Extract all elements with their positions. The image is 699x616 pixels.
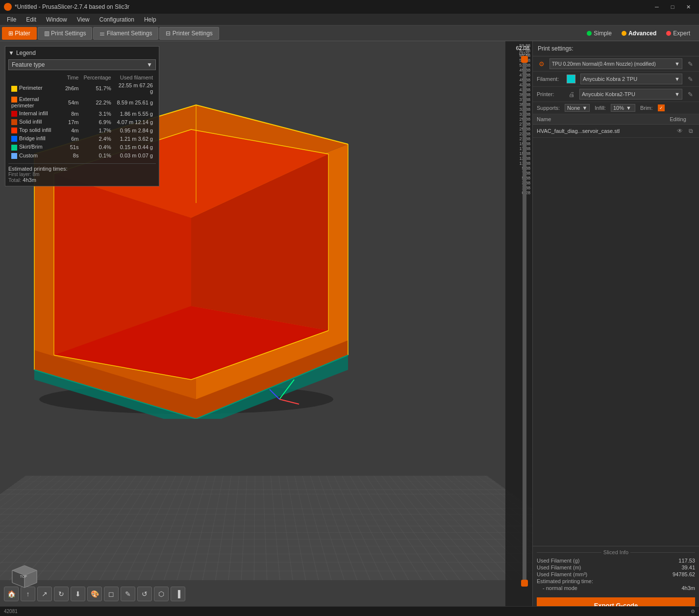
mode-simple[interactable]: Simple <box>584 29 615 38</box>
legend-row-pct: 6.9% <box>81 118 113 126</box>
tab-print-settings[interactable]: ▥ Print Settings <box>38 27 93 40</box>
print-profile-dropdown[interactable]: TPU 0.20mm Normal(0.4mm Nozzle) (modifie… <box>549 58 682 69</box>
infill-dropdown[interactable]: 10% ▼ <box>611 104 635 112</box>
tool-square[interactable]: ◻ <box>104 587 119 601</box>
slider-handle-bottom[interactable] <box>521 580 528 587</box>
layer-label-6: 47.88 <box>505 73 530 77</box>
tool-color[interactable]: 🎨 <box>87 587 102 601</box>
inline-settings-row: Supports: None ▼ Infill: 10% ▼ Brim: ✓ <box>533 102 699 114</box>
main-layout: ▼ Legend Feature type ▼ Time Percentage … <box>0 41 699 616</box>
view-cube[interactable]: TOP <box>10 561 39 591</box>
first-layer-val: 8m <box>32 172 39 177</box>
toolbar-tabs: ⊞ Plater ▥ Print Settings ⚌ Filament Set… <box>0 26 699 41</box>
tool-down[interactable]: ⬇ <box>71 587 85 601</box>
tool-edit[interactable]: ✎ <box>121 587 135 601</box>
legend-header: ▼ Legend <box>8 50 156 56</box>
tool-hex[interactable]: ⬡ <box>154 587 169 601</box>
supports-label: Supports: <box>537 105 560 111</box>
col-used-header: Used filament <box>114 74 155 81</box>
tool-rotate[interactable]: ↻ <box>54 587 69 601</box>
object-list: HVAC_fault_diag...servoir_case.stl 👁 ⧉ <box>533 125 699 335</box>
legend-row-time: 4m <box>63 127 81 134</box>
legend-row-time: 51s <box>63 143 81 151</box>
minimize-button[interactable]: ─ <box>650 2 664 12</box>
statusbar-gear-icon[interactable]: ⚙ <box>691 609 695 614</box>
layer-label-30: 0.28 <box>505 190 530 195</box>
tab-printer-settings[interactable]: ⊟ Printer Settings <box>159 27 219 40</box>
mode-simple-dot <box>587 31 592 36</box>
menu-help[interactable]: Help <box>139 15 161 24</box>
sliced-val-0: 117.53 <box>678 558 695 564</box>
legend-panel: ▼ Legend Feature type ▼ Time Percentage … <box>5 46 159 186</box>
tool-undo[interactable]: ↺ <box>137 587 152 601</box>
legend-row-time: 17m <box>63 118 81 126</box>
legend-row-name: Solid infill <box>9 118 62 126</box>
layer-label-21: 17.88 <box>505 146 530 151</box>
legend-color-swatch <box>11 145 17 151</box>
legend-row: Perimeter 2h6m 51.7% 22.55 m 67.26 g <box>9 82 155 95</box>
object-row-0: HVAC_fault_diag...servoir_case.stl 👁 ⧉ <box>533 125 699 138</box>
layer-label-14: 31.88 <box>505 112 530 117</box>
legend-row: Top solid infill 4m 1.7% 0.95 m 2.84 g <box>9 127 155 134</box>
legend-tbody: Perimeter 2h6m 51.7% 22.55 m 67.26 g Ext… <box>9 82 155 159</box>
print-profile-edit-icon[interactable]: ✎ <box>685 59 695 69</box>
close-button[interactable]: ✕ <box>681 2 695 12</box>
menu-configuration[interactable]: Configuration <box>95 15 139 24</box>
legend-row-name: Top solid infill <box>9 127 62 134</box>
print-profile-value: TPU 0.20mm Normal(0.4mm Nozzle) (modifie… <box>552 61 656 67</box>
sliced-key-0: Used Filament (g) <box>537 558 579 564</box>
filament-edit-icon[interactable]: ✎ <box>685 74 695 84</box>
menu-file[interactable]: File <box>2 15 21 24</box>
legend-row: Bridge infill 6m 2.4% 1.21 m 3.62 g <box>9 135 155 142</box>
legend-row: Solid infill 17m 6.9% 4.07 m 12.14 g <box>9 118 155 126</box>
layer-top-val: 62.08 <box>516 45 530 51</box>
legend-row-used: 0.15 m 0.44 g <box>114 143 155 151</box>
menu-edit[interactable]: Edit <box>21 15 41 24</box>
infill-val: 10% <box>613 105 624 111</box>
infill-label: Infill: <box>595 105 606 111</box>
legend-row-time: 6m <box>63 135 81 142</box>
viewport[interactable]: ▼ Legend Feature type ▼ Time Percentage … <box>0 41 532 616</box>
total-val: 4h3m <box>23 177 36 183</box>
sliced-info-title: Sliced Info <box>537 549 695 555</box>
titlebar: *Untitled - PrusaSlicer-2.7.4 based on S… <box>0 0 699 14</box>
feature-type-row[interactable]: Feature type ▼ <box>8 59 156 70</box>
brim-checkbox[interactable]: ✓ <box>658 104 665 111</box>
legend-row-name: External perimeter <box>9 96 62 109</box>
legend-row-pct: 2.4% <box>81 135 113 142</box>
legend-row-name: Custom <box>9 152 62 159</box>
printer-dropdown[interactable]: Anycubic Kobra2-TPU ▼ <box>579 89 682 100</box>
layer-label-27: 5.88 <box>505 176 530 180</box>
mode-expert[interactable]: Expert <box>663 29 693 38</box>
slider-handle-top[interactable] <box>521 56 528 63</box>
maximize-button[interactable]: □ <box>666 2 679 12</box>
col-time-header: Time <box>63 74 81 81</box>
layer-label-5: 49.88 <box>505 68 530 73</box>
supports-dropdown[interactable]: None ▼ <box>565 104 590 112</box>
menubar: File Edit Window View Configuration Help <box>0 14 699 26</box>
print-profile-icon: ⚙ <box>537 59 547 69</box>
sliced-row-2: Used Filament (mm³) 94785.62 <box>537 571 695 578</box>
mode-expert-dot <box>666 31 671 36</box>
tab-filament-settings[interactable]: ⚌ Filament Settings <box>93 27 158 40</box>
tool-diagonal[interactable]: ↗ <box>37 587 52 601</box>
filament-dropdown[interactable]: Anycubic Kobra 2 TPU ▼ <box>580 74 682 84</box>
feature-type-dropdown-icon: ▼ <box>147 61 152 68</box>
menu-window[interactable]: Window <box>41 15 72 24</box>
legend-row-pct: 51.7% <box>81 82 113 95</box>
print-settings-label: Print settings: <box>538 45 574 52</box>
object-edit-btn[interactable]: ⧉ <box>686 127 695 135</box>
printer-edit-icon[interactable]: ✎ <box>685 89 695 99</box>
tool-bar[interactable]: ▐ <box>171 587 185 601</box>
menu-view[interactable]: View <box>72 15 95 24</box>
mode-advanced[interactable]: Advanced <box>619 29 659 38</box>
layer-top-marker: 62.08 (310) <box>516 45 530 56</box>
printer-arrow: ▼ <box>674 91 680 97</box>
legend-color-swatch <box>11 97 17 103</box>
slider-track[interactable] <box>523 56 526 587</box>
tab-plater[interactable]: ⊞ Plater <box>2 27 37 40</box>
legend-title: Legend <box>16 50 36 56</box>
legend-row-pct: 0.4% <box>81 143 113 151</box>
object-eye-btn[interactable]: 👁 <box>675 127 684 135</box>
sliced-key-3: Estimated printing time: <box>537 578 593 584</box>
